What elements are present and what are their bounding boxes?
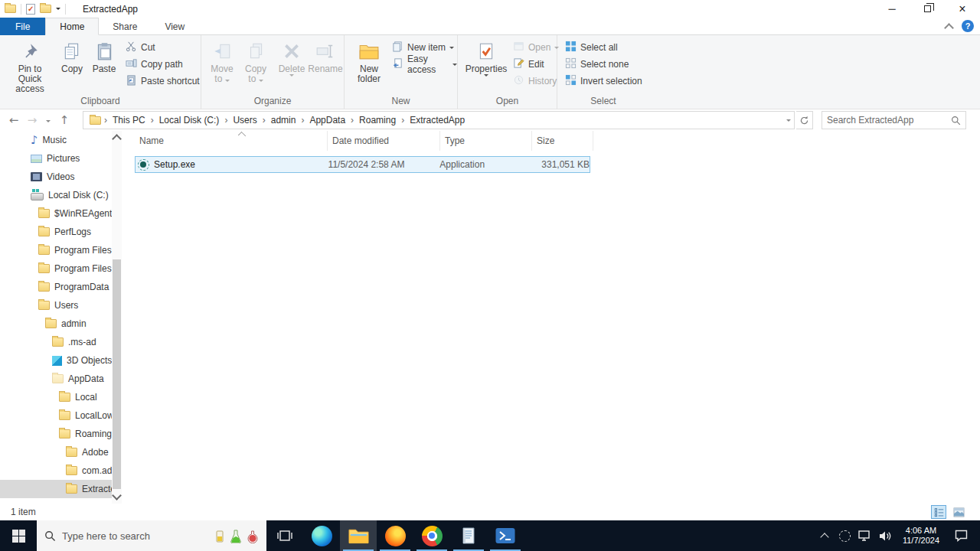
column-header-date-modified[interactable]: Date modified — [328, 131, 440, 151]
sidebar-item-com-adobe[interactable]: com.adobe — [0, 461, 112, 480]
breadcrumb[interactable]: › This PC › Local Disk (C:) › Users › ad… — [83, 111, 795, 129]
up-button[interactable]: ↑ — [55, 113, 74, 127]
sidebar-scrollbar[interactable] — [112, 131, 122, 504]
sidebar-item-local[interactable]: Local — [0, 388, 112, 406]
breadcrumb-item-local-disk[interactable]: Local Disk (C:) — [154, 115, 225, 126]
search-box[interactable] — [822, 111, 966, 129]
rename-button[interactable]: Rename — [309, 38, 342, 74]
tab-home[interactable]: Home — [45, 18, 99, 35]
close-button[interactable]: × — [945, 0, 980, 18]
search-input[interactable] — [827, 115, 951, 126]
search-highlights-flasks-icon[interactable] — [214, 529, 259, 543]
move-to-button[interactable]: Move to — [206, 38, 238, 84]
search-icon[interactable] — [951, 116, 961, 126]
file-row-setup-exe[interactable]: Setup.exe 11/5/2024 2:58 AM Application … — [135, 156, 590, 173]
recent-locations-chevron-icon[interactable] — [46, 120, 51, 122]
new-folder-button[interactable]: New folder — [352, 38, 386, 84]
sidebar-item-adobe[interactable]: Adobe — [0, 443, 112, 461]
taskbar-app-edge[interactable] — [303, 520, 340, 551]
column-header-name[interactable]: Name — [135, 131, 328, 151]
sidebar-item-label: Local Disk (C:) — [48, 190, 109, 201]
task-view-button[interactable] — [266, 520, 303, 551]
properties-button[interactable]: Properties — [466, 38, 507, 77]
tab-share[interactable]: Share — [99, 18, 151, 35]
sidebar-item-winreagent[interactable]: $WinREAgent — [0, 204, 112, 223]
taskbar-app-powershell[interactable] — [487, 520, 524, 551]
sidebar-item-label: PerfLogs — [54, 227, 91, 237]
sidebar-item-program-files[interactable]: Program Files — [0, 241, 112, 259]
new-item-button[interactable]: New item — [392, 40, 454, 55]
scroll-down-icon[interactable] — [112, 491, 122, 500]
sidebar-item-ms-ad[interactable]: .ms-ad — [0, 333, 112, 351]
sidebar-item-locallow[interactable]: LocalLow — [0, 406, 112, 425]
sidebar-item-extractedapp[interactable]: ExtractedApp — [0, 480, 112, 498]
copy-button[interactable]: Copy — [57, 38, 87, 74]
tab-view[interactable]: View — [151, 18, 198, 35]
address-dropdown-icon[interactable] — [786, 119, 791, 122]
tray-volume-icon[interactable] — [874, 520, 896, 551]
sidebar-item-program-files-x86[interactable]: Program Files (x86) — [0, 259, 112, 278]
copy-to-button[interactable]: Copy to — [240, 38, 272, 84]
new-item-dropdown-icon — [449, 47, 454, 49]
forward-button[interactable]: → — [23, 113, 41, 127]
open-button[interactable]: Open — [513, 40, 559, 55]
minimize-button[interactable]: ─ — [874, 0, 910, 18]
copy-path-button[interactable]: Copy path — [126, 57, 183, 72]
taskbar-app-notepad[interactable] — [450, 520, 487, 551]
history-button[interactable]: History — [513, 73, 557, 89]
taskbar-app-chrome[interactable] — [413, 520, 450, 551]
sidebar-item-local-disk[interactable]: Local Disk (C:) — [0, 186, 112, 204]
breadcrumb-item-extractedapp[interactable]: ExtractedApp — [404, 115, 470, 126]
action-center-button[interactable] — [946, 520, 975, 551]
sidebar-item-music[interactable]: ♪Music — [0, 131, 112, 149]
taskbar-app-firefox[interactable] — [377, 520, 413, 551]
sidebar-item-users[interactable]: Users — [0, 296, 112, 315]
delete-button[interactable]: Delete — [275, 38, 309, 77]
restore-button[interactable] — [910, 0, 945, 18]
select-all-button[interactable]: Select all — [565, 40, 618, 55]
qat-customize-chevron-icon[interactable] — [56, 8, 60, 10]
sidebar-item-videos[interactable]: Videos — [0, 168, 112, 186]
qat-properties-icon[interactable] — [26, 4, 35, 15]
paste-shortcut-button[interactable]: Paste shortcut — [126, 73, 200, 89]
breadcrumb-item-appdata[interactable]: AppData — [304, 115, 351, 126]
invert-selection-button[interactable]: Invert selection — [565, 73, 642, 89]
details-view-button[interactable] — [931, 505, 946, 519]
scrollbar-thumb[interactable] — [113, 259, 121, 489]
start-button[interactable] — [0, 520, 37, 551]
sidebar-item-pictures[interactable]: Pictures — [0, 149, 112, 168]
column-header-type[interactable]: Type — [440, 131, 532, 151]
tray-show-hidden-icons-button[interactable] — [815, 520, 835, 551]
edit-button[interactable]: Edit — [513, 57, 544, 72]
select-none-button[interactable]: Select none — [565, 57, 629, 72]
tab-file[interactable]: File — [0, 18, 45, 35]
paste-button[interactable]: Paste — [89, 38, 119, 74]
taskbar-search-box[interactable] — [37, 520, 266, 551]
large-icons-view-button[interactable] — [951, 505, 966, 519]
taskbar-clock[interactable]: 4:06 AM 11/7/2024 — [896, 520, 946, 551]
pin-to-quick-access-button[interactable]: Pin to Quick access — [6, 38, 54, 94]
sidebar-item-roaming[interactable]: Roaming — [0, 425, 112, 443]
tray-recording-indicator-icon[interactable] — [835, 520, 854, 551]
breadcrumb-item-admin[interactable]: admin — [266, 115, 302, 126]
help-icon[interactable]: ? — [962, 20, 974, 32]
sidebar-item-perflogs[interactable]: PerfLogs — [0, 223, 112, 241]
qat-new-folder-icon[interactable] — [40, 5, 51, 13]
tray-network-icon[interactable] — [854, 520, 874, 551]
column-header-size[interactable]: Size — [532, 131, 593, 151]
back-button[interactable]: ← — [5, 113, 23, 127]
breadcrumb-item-users[interactable]: Users — [227, 115, 262, 126]
sidebar-item-programdata[interactable]: ProgramData — [0, 278, 112, 296]
sidebar-item-admin[interactable]: admin — [0, 315, 112, 333]
taskbar-search-input[interactable] — [62, 530, 208, 542]
refresh-button[interactable] — [796, 111, 813, 129]
sidebar-item-3d-objects[interactable]: 3D Objects — [0, 351, 112, 370]
ribbon-collapse-icon[interactable] — [944, 23, 954, 33]
scroll-up-icon[interactable] — [112, 134, 122, 144]
easy-access-button[interactable]: Easy access — [392, 57, 457, 72]
taskbar-app-file-explorer[interactable] — [340, 520, 377, 551]
cut-button[interactable]: Cut — [126, 40, 155, 55]
sidebar-item-appdata[interactable]: AppData — [0, 370, 112, 388]
breadcrumb-item-this-pc[interactable]: This PC — [107, 115, 151, 126]
breadcrumb-item-roaming[interactable]: Roaming — [354, 115, 401, 126]
